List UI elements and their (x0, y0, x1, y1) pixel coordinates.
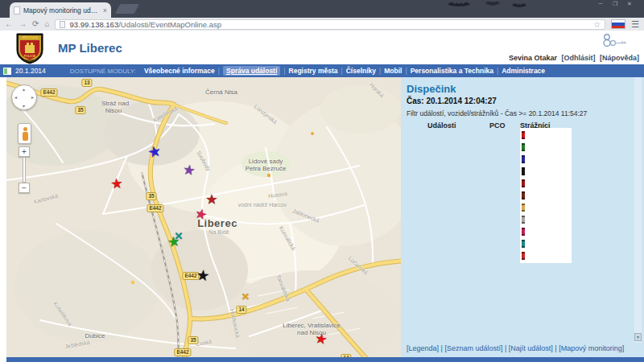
guard-marker-10[interactable] (522, 252, 525, 260)
window-minimize-button[interactable]: ─ (594, 1, 607, 6)
pan-up-icon[interactable]: ▴ (23, 86, 25, 92)
window-titlebar: Mapový monitoring událostí × ─ ❐ ✕ (0, 0, 644, 18)
guard-marker-5[interactable] (522, 191, 525, 200)
new-tab-button[interactable] (115, 4, 139, 14)
menu-item-1[interactable]: Správa událostí (223, 66, 280, 76)
straznici-list (520, 128, 572, 263)
bookmark-star-icon[interactable]: ☆ (593, 20, 601, 29)
zoom-in-button[interactable]: + (19, 146, 30, 157)
map-marker-star-7[interactable]: ★ (196, 269, 209, 282)
map-marker-star-2[interactable]: ★ (183, 163, 195, 177)
road-badge-E442: E442 (174, 348, 191, 356)
user-name: Sevina Otakar (509, 54, 557, 62)
guard-marker-3[interactable] (522, 167, 525, 175)
map-pan-control[interactable]: ▴ ▾ ◂ ▸ (11, 84, 37, 110)
app-title: MP Liberec (58, 41, 122, 55)
map-label: Liberec, Vratislavice (283, 322, 340, 329)
svg-text:MĚSTSKÁ: MĚSTSKÁ (22, 35, 38, 39)
home-button[interactable]: ⌂ (44, 20, 49, 28)
pan-down-icon[interactable]: ▾ (23, 103, 25, 109)
map-canvas[interactable]: LiberecStráž nadNisouČerná NisaLidové sa… (6, 77, 401, 357)
help-link[interactable]: [Nápověda] (600, 54, 639, 62)
map-label: Lidové sady (249, 158, 283, 165)
nav-window-icon (3, 68, 11, 75)
menu-item-0[interactable]: Všeobecné informace (144, 67, 215, 75)
url-domain: 93.99.138.163 (69, 20, 118, 29)
map-marker-star-9[interactable]: ★ (315, 331, 328, 345)
back-button[interactable]: ← (5, 20, 13, 28)
menu-separator: | (341, 67, 343, 75)
guard-marker-0[interactable] (522, 131, 525, 139)
panel-filter: Filtr událostí, vozidel/strážníků - Čas … (407, 109, 587, 117)
road-badge-14: 14 (236, 306, 246, 314)
guard-marker-7[interactable] (522, 216, 525, 224)
url-path: /Udalosti/EventMapOnline.asp (118, 20, 221, 29)
map-label: Na Bídě (208, 229, 229, 235)
menu-item-5[interactable]: Personalistika a Technika (411, 67, 493, 75)
guard-marker-9[interactable] (522, 240, 525, 248)
scroll-down-icon[interactable]: ▼ (634, 333, 642, 341)
logout-link[interactable]: [Odhlásit] (561, 54, 595, 62)
panel-scrollbar[interactable] (634, 77, 642, 343)
menu-item-4[interactable]: Mobil (384, 67, 402, 75)
map-marker-star-3[interactable]: ★ (206, 193, 217, 205)
browser-menu-icon[interactable]: ☰ (631, 19, 639, 30)
map-marker-x-8[interactable]: ✕ (242, 292, 250, 302)
column-pco: PCO (489, 121, 506, 130)
panel-link-2[interactable]: [Najít událost] (509, 344, 553, 352)
map-label: Petra Bezruče (246, 165, 287, 172)
menu-item-2[interactable]: Registry města (289, 67, 338, 75)
map-marker-star-0[interactable]: ★ (111, 177, 123, 190)
svg-text:POLICIE: POLICIE (24, 55, 36, 58)
map-label: Dubice (85, 332, 105, 339)
menu-item-3[interactable]: Číselníky (346, 67, 376, 75)
zoom-slider[interactable] (23, 157, 26, 183)
window-close-button[interactable]: ✕ (623, 1, 636, 7)
bottom-frame-border (6, 357, 644, 362)
road-badge-35: 35 (75, 106, 85, 114)
guard-marker-4[interactable] (522, 179, 525, 187)
road-badge-13: 13 (81, 79, 92, 87)
zoom-out-button[interactable]: − (19, 183, 30, 193)
menu-item-6[interactable]: Administrace (502, 67, 545, 75)
column-udalosti: Události (427, 121, 456, 130)
road-badge-35: 35 (188, 336, 198, 344)
nav-date: 20.1.2014 (15, 67, 46, 75)
menu-separator: | (283, 67, 285, 75)
guard-marker-1[interactable] (522, 143, 525, 151)
fitt-logo-icon (601, 32, 630, 48)
pan-right-icon[interactable]: ▸ (31, 94, 34, 100)
map-label: Stráž nad (101, 100, 129, 107)
street-view-pegman-icon[interactable] (18, 123, 31, 144)
browser-tab[interactable]: Mapový monitoring událostí × (10, 2, 111, 18)
tab-close-icon[interactable]: × (103, 6, 107, 14)
panel-link-1[interactable]: [Seznam událostí] (444, 344, 502, 352)
theme-bats-decoration (441, 0, 538, 11)
page-favicon-icon (14, 6, 20, 14)
road-badge-E442: E442 (40, 88, 57, 97)
forward-button[interactable]: → (19, 20, 27, 28)
url-bar[interactable]: 93.99.138.163/Udalosti/EventMapOnline.as… (55, 19, 605, 30)
page-icon (60, 21, 65, 28)
pan-left-icon[interactable]: ◂ (14, 94, 17, 100)
panel-link-3[interactable]: [Mapový monitoring] (559, 344, 624, 352)
panel-time: Čas: 20.1.2014 12:04:27 (407, 97, 497, 105)
flag-extension-icon[interactable] (611, 19, 625, 29)
police-badge-logo: MĚSTSKÁ POLICIE LIBEREC (14, 32, 45, 64)
tab-title: Mapový monitoring událostí (23, 6, 101, 14)
window-restore-button[interactable]: ❐ (609, 1, 621, 7)
map-marker-star-1[interactable]: ★ (147, 145, 161, 160)
module-menu: Všeobecné informace|Správa událostí|Regi… (144, 66, 545, 76)
guard-marker-6[interactable] (522, 204, 525, 212)
panel-title: Dispečink (407, 83, 456, 95)
modules-label: DOSTUPNÉ MODULY: (70, 68, 136, 75)
menu-separator: | (405, 67, 407, 75)
map-marker-star-6[interactable]: ★ (167, 235, 180, 249)
map-label: Černá Nisa (205, 88, 237, 96)
panel-link-0[interactable]: [Legenda] (407, 344, 439, 352)
reload-button[interactable]: ⟳ (32, 20, 39, 28)
link-separator: | (502, 344, 508, 352)
guard-marker-2[interactable] (522, 155, 525, 163)
road-badge-35: 35 (146, 192, 156, 200)
guard-marker-8[interactable] (522, 228, 525, 236)
